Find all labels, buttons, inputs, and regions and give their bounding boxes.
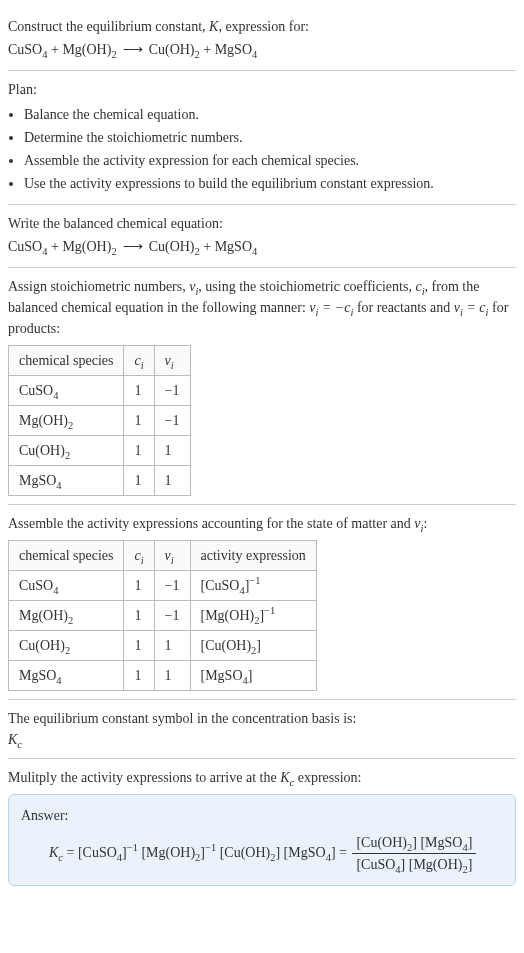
cell-nu: 1: [154, 631, 190, 661]
stoich-table: chemical species ci νi CuSO4 1 −1 Mg(OH)…: [8, 345, 191, 496]
symbol-section: The equilibrium constant symbol in the c…: [8, 700, 516, 759]
table-row: CuSO4 1 −1: [9, 376, 191, 406]
plan-list: Balance the chemical equation. Determine…: [8, 104, 516, 194]
table-header-row: chemical species ci νi activity expressi…: [9, 541, 317, 571]
multiply-section: Mulitply the activity expressions to arr…: [8, 759, 516, 894]
plan-item: Determine the stoichiometric numbers.: [24, 127, 516, 148]
cell-ci: 1: [124, 436, 154, 466]
fraction: [Cu(OH)2] [MgSO4] [CuSO4] [Mg(OH)2]: [352, 832, 476, 875]
col-nu: νi: [154, 541, 190, 571]
cell-expr: [CuSO4]−1: [190, 571, 316, 601]
cell-ci: 1: [124, 466, 154, 496]
table-row: Cu(OH)2 1 1: [9, 436, 191, 466]
col-ci: ci: [124, 541, 154, 571]
assign-text: Assign stoichiometric numbers, νi, using…: [8, 276, 516, 339]
cell-nu: −1: [154, 376, 190, 406]
plan-item: Use the activity expressions to build th…: [24, 173, 516, 194]
table-row: MgSO4 1 1 [MgSO4]: [9, 661, 317, 691]
multiply-heading: Mulitply the activity expressions to arr…: [8, 767, 516, 788]
cell-nu: 1: [154, 661, 190, 691]
symbol-heading: The equilibrium constant symbol in the c…: [8, 708, 516, 729]
table-row: Mg(OH)2 1 −1: [9, 406, 191, 436]
assign-text-part: for reactants and: [353, 300, 453, 315]
activity-table: chemical species ci νi activity expressi…: [8, 540, 317, 691]
assign-section: Assign stoichiometric numbers, νi, using…: [8, 268, 516, 505]
cell-ci: 1: [124, 376, 154, 406]
answer-box: Answer: Kc = [CuSO4]−1 [Mg(OH)2]−1 [Cu(O…: [8, 794, 516, 886]
cell-ci: 1: [124, 661, 154, 691]
activity-heading: Assemble the activity expressions accoun…: [8, 513, 516, 534]
col-nu: νi: [154, 346, 190, 376]
cell-species: Cu(OH)2: [9, 631, 124, 661]
intro-equation: CuSO4 + Mg(OH)2⟶Cu(OH)2 + MgSO4: [8, 39, 516, 60]
cell-nu: 1: [154, 466, 190, 496]
answer-label: Answer:: [21, 805, 503, 826]
cell-nu: 1: [154, 436, 190, 466]
balanced-heading: Write the balanced chemical equation:: [8, 213, 516, 234]
table-row: MgSO4 1 1: [9, 466, 191, 496]
col-species: chemical species: [9, 541, 124, 571]
activity-section: Assemble the activity expressions accoun…: [8, 505, 516, 700]
cell-species: CuSO4: [9, 571, 124, 601]
table-row: Cu(OH)2 1 1 [Cu(OH)2]: [9, 631, 317, 661]
plan-heading: Plan:: [8, 79, 516, 100]
fraction-denominator: [CuSO4] [Mg(OH)2]: [352, 854, 476, 875]
cell-nu: −1: [154, 601, 190, 631]
cell-species: MgSO4: [9, 661, 124, 691]
cell-ci: 1: [124, 631, 154, 661]
balanced-section: Write the balanced chemical equation: Cu…: [8, 205, 516, 268]
assign-text-part: Assign stoichiometric numbers,: [8, 279, 189, 294]
balanced-equation: CuSO4 + Mg(OH)2⟶Cu(OH)2 + MgSO4: [8, 236, 516, 257]
plan-item: Assemble the activity expression for eac…: [24, 150, 516, 171]
symbol-value: Kc: [8, 729, 516, 750]
cell-species: MgSO4: [9, 466, 124, 496]
intro-line: Construct the equilibrium constant, K, e…: [8, 16, 516, 37]
assign-text-part: , using the stoichiometric coefficients,: [198, 279, 415, 294]
cell-expr: [MgSO4]: [190, 661, 316, 691]
cell-species: CuSO4: [9, 376, 124, 406]
table-header-row: chemical species ci νi: [9, 346, 191, 376]
cell-ci: 1: [124, 601, 154, 631]
cell-species: Mg(OH)2: [9, 601, 124, 631]
col-expr: activity expression: [190, 541, 316, 571]
fraction-numerator: [Cu(OH)2] [MgSO4]: [352, 832, 476, 854]
intro-section: Construct the equilibrium constant, K, e…: [8, 8, 516, 71]
plan-item: Balance the chemical equation.: [24, 104, 516, 125]
table-row: CuSO4 1 −1 [CuSO4]−1: [9, 571, 317, 601]
cell-species: Cu(OH)2: [9, 436, 124, 466]
table-row: Mg(OH)2 1 −1 [Mg(OH)2]−1: [9, 601, 317, 631]
cell-ci: 1: [124, 406, 154, 436]
col-species: chemical species: [9, 346, 124, 376]
plan-section: Plan: Balance the chemical equation. Det…: [8, 71, 516, 205]
cell-nu: −1: [154, 406, 190, 436]
cell-expr: [Cu(OH)2]: [190, 631, 316, 661]
cell-species: Mg(OH)2: [9, 406, 124, 436]
cell-nu: −1: [154, 571, 190, 601]
answer-expression: Kc = [CuSO4]−1 [Mg(OH)2]−1 [Cu(OH)2] [Mg…: [21, 826, 503, 875]
cell-ci: 1: [124, 571, 154, 601]
col-ci: ci: [124, 346, 154, 376]
cell-expr: [Mg(OH)2]−1: [190, 601, 316, 631]
